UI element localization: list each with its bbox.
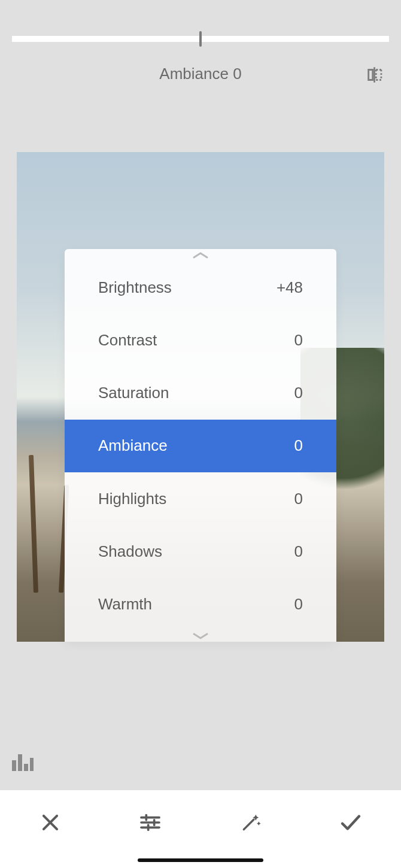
adjustment-row-warmth[interactable]: Warmth0 — [65, 578, 336, 631]
adjustment-row-saturation[interactable]: Saturation0 — [65, 367, 336, 420]
histogram-button[interactable] — [12, 754, 36, 772]
adjustment-slider-label: Ambiance 0 — [0, 65, 401, 83]
adjustment-row-contrast[interactable]: Contrast0 — [65, 314, 336, 366]
adjustment-label: Highlights — [98, 490, 294, 508]
svg-rect-1 — [18, 754, 22, 771]
adjustment-value: 0 — [294, 384, 303, 402]
apply-button[interactable] — [301, 805, 402, 840]
adjustment-label: Warmth — [98, 595, 294, 614]
adjustment-value: 0 — [294, 490, 303, 508]
svg-line-12 — [244, 820, 254, 830]
magic-wand-icon — [239, 811, 263, 834]
close-icon — [39, 811, 62, 834]
home-indicator[interactable] — [138, 858, 263, 862]
adjustment-row-ambiance[interactable]: Ambiance0 — [65, 420, 336, 472]
adjustment-value: +48 — [277, 278, 303, 297]
adjustment-row-brightness[interactable]: Brightness+48 — [65, 261, 336, 314]
svg-rect-3 — [30, 758, 34, 771]
adjustment-value: 0 — [294, 331, 303, 350]
compare-icon — [365, 65, 385, 85]
adjustment-label: Saturation — [98, 384, 294, 402]
adjustment-menu[interactable]: Brightness+48Contrast0Saturation0Ambianc… — [65, 249, 336, 642]
adjustment-value: 0 — [294, 436, 303, 455]
tune-icon — [138, 811, 162, 834]
adjustment-label: Brightness — [98, 278, 277, 297]
histogram-icon — [12, 754, 34, 771]
cancel-button[interactable] — [0, 805, 101, 840]
checkmark-icon — [338, 810, 363, 835]
adjustment-value: 0 — [294, 542, 303, 561]
decorative-element — [29, 455, 38, 593]
adjustment-value: 0 — [294, 595, 303, 614]
adjustment-slider-handle[interactable] — [199, 31, 202, 47]
bottom-toolbar — [0, 790, 401, 868]
adjustment-label: Shadows — [98, 542, 294, 561]
adjustment-label: Contrast — [98, 331, 294, 350]
chevron-up-icon[interactable] — [65, 249, 336, 261]
tune-button[interactable] — [101, 805, 201, 840]
adjustment-label: Ambiance — [98, 436, 294, 455]
adjustment-list: Brightness+48Contrast0Saturation0Ambianc… — [65, 261, 336, 631]
svg-rect-2 — [24, 764, 28, 771]
adjustment-row-shadows[interactable]: Shadows0 — [65, 525, 336, 578]
auto-enhance-button[interactable] — [200, 805, 301, 840]
chevron-down-icon[interactable] — [65, 631, 336, 642]
compare-button[interactable] — [363, 62, 388, 87]
adjustment-row-highlights[interactable]: Highlights0 — [65, 472, 336, 525]
svg-rect-0 — [12, 760, 16, 771]
